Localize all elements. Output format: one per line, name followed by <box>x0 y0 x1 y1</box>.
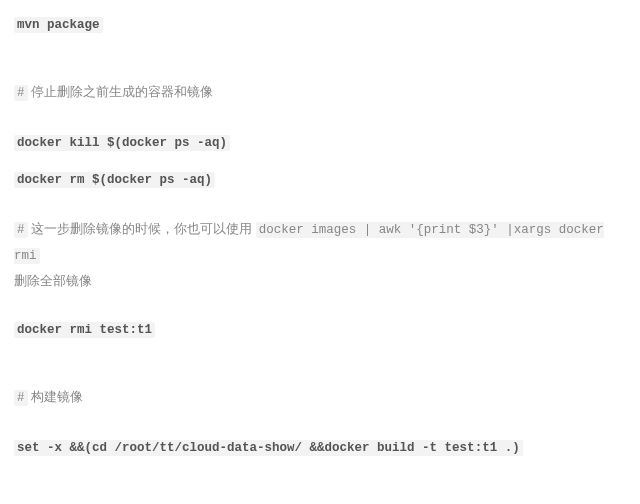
comment-rmi-hint: # 这一步删除镜像的时候，你也可以使用 docker images | awk … <box>14 217 626 269</box>
code: docker rm $(docker ps -aq) <box>14 172 215 188</box>
comment-build: # 构建镜像 <box>14 385 626 411</box>
hash: # <box>14 390 28 406</box>
text: 停止删除之前生成的容器和镜像 <box>28 84 214 99</box>
hash: # <box>14 85 28 101</box>
code: docker rmi test:t1 <box>14 322 155 338</box>
text: 构建镜像 <box>28 389 84 404</box>
comment-stop-delete: # 停止删除之前生成的容器和镜像 <box>14 80 626 106</box>
code: mvn package <box>14 17 103 33</box>
code: docker kill $(docker ps -aq) <box>14 135 230 151</box>
cmd-docker-rmi: docker rmi test:t1 <box>14 317 626 343</box>
cmd-docker-rm: docker rm $(docker ps -aq) <box>14 167 626 193</box>
cmd-build: set -x &&(cd /root/tt/cloud-data-show/ &… <box>14 435 626 461</box>
hash: # <box>14 222 28 238</box>
comment-rmi-hint-2: 删除全部镜像 <box>14 269 626 294</box>
text: 删除全部镜像 <box>14 273 92 288</box>
code: set -x &&(cd /root/tt/cloud-data-show/ &… <box>14 440 523 456</box>
cmd-mvn-package: mvn package <box>14 12 626 38</box>
cmd-docker-kill: docker kill $(docker ps -aq) <box>14 130 626 156</box>
text: 这一步删除镜像的时候，你也可以使用 <box>28 221 256 236</box>
